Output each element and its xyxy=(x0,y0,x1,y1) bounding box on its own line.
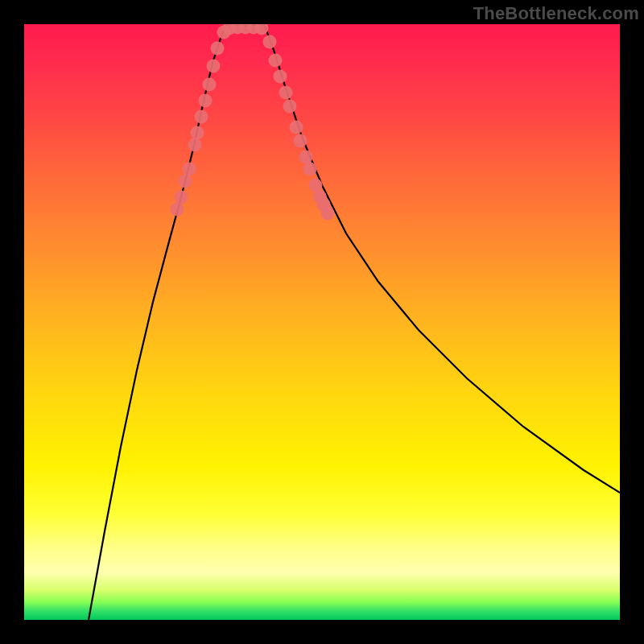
data-marker xyxy=(299,151,313,164)
data-markers xyxy=(171,24,335,221)
data-marker xyxy=(211,42,225,56)
data-marker xyxy=(191,126,204,140)
data-marker xyxy=(283,100,297,114)
data-marker xyxy=(263,35,277,49)
data-marker xyxy=(171,203,184,217)
chart-svg xyxy=(24,24,620,620)
curve-right-branch xyxy=(264,24,620,493)
data-marker xyxy=(294,134,308,148)
data-marker xyxy=(175,191,188,204)
data-marker xyxy=(269,54,283,68)
data-marker xyxy=(195,110,208,124)
data-marker xyxy=(303,163,317,176)
data-marker xyxy=(203,78,217,92)
data-marker xyxy=(255,24,269,35)
data-marker xyxy=(279,86,293,100)
watermark-text: TheBottleneck.com xyxy=(473,3,639,24)
data-marker xyxy=(207,60,221,73)
v-curve xyxy=(89,24,620,620)
chart-container: TheBottleneck.com xyxy=(0,0,644,644)
plot-area xyxy=(24,24,620,620)
data-marker xyxy=(179,175,192,188)
data-marker xyxy=(183,163,196,176)
data-marker xyxy=(274,70,287,84)
data-marker xyxy=(199,94,213,108)
data-marker xyxy=(188,138,202,152)
data-marker xyxy=(321,207,335,221)
data-marker xyxy=(290,121,303,134)
